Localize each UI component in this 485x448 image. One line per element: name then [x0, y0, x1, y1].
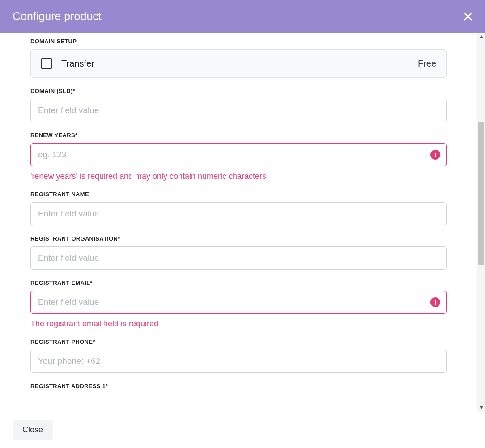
- domain-sld-input[interactable]: [30, 99, 447, 122]
- renew-years-input[interactable]: [30, 143, 447, 166]
- registrant-phone-label: REGISTRANT PHONE*: [30, 338, 447, 345]
- renew-years-error: 'renew years' is required and may only c…: [30, 172, 447, 181]
- registrant-org-input[interactable]: [30, 246, 447, 270]
- domain-setup-label: DOMAIN SETUP: [30, 38, 447, 45]
- registrant-email-error: The registrant email field is required: [30, 319, 447, 329]
- scroll-thumb[interactable]: [478, 122, 484, 265]
- transfer-label: Transfer: [61, 59, 94, 69]
- modal-footer: Close: [0, 412, 485, 448]
- scroll-down-icon[interactable]: [477, 404, 485, 412]
- modal-body: DOMAIN SETUP Transfer Free DOMAIN (SLD)*…: [0, 33, 477, 412]
- modal-title: Configure product: [13, 10, 102, 23]
- close-icon[interactable]: [464, 12, 472, 21]
- registrant-email-label: REGISTRANT EMAIL*: [30, 279, 447, 286]
- modal-header: Configure product: [0, 0, 485, 33]
- configure-product-modal: Configure product DOMAIN SETUP Transfer …: [0, 0, 485, 448]
- registrant-name-label: REGISTRANT NAME: [30, 191, 447, 198]
- registrant-org-label: REGISTRANT ORGANISATION*: [30, 235, 447, 242]
- scrollbar[interactable]: [477, 33, 485, 412]
- svg-marker-2: [480, 35, 483, 38]
- scroll-up-icon[interactable]: [477, 33, 485, 41]
- close-button[interactable]: Close: [13, 420, 53, 440]
- renew-years-label: RENEW YEARS*: [30, 132, 447, 139]
- domain-sld-label: DOMAIN (SLD)*: [30, 88, 447, 94]
- registrant-address1-label: REGISTRANT ADDRESS 1*: [30, 383, 447, 389]
- transfer-price: Free: [418, 59, 436, 69]
- registrant-email-input[interactable]: [30, 291, 447, 314]
- domain-setup-option[interactable]: Transfer Free: [30, 49, 447, 78]
- transfer-checkbox[interactable]: [41, 58, 52, 69]
- registrant-phone-input[interactable]: [30, 350, 447, 373]
- svg-marker-3: [480, 406, 483, 409]
- registrant-name-input[interactable]: [30, 202, 447, 225]
- error-icon: !: [430, 297, 440, 307]
- error-icon: !: [430, 150, 440, 160]
